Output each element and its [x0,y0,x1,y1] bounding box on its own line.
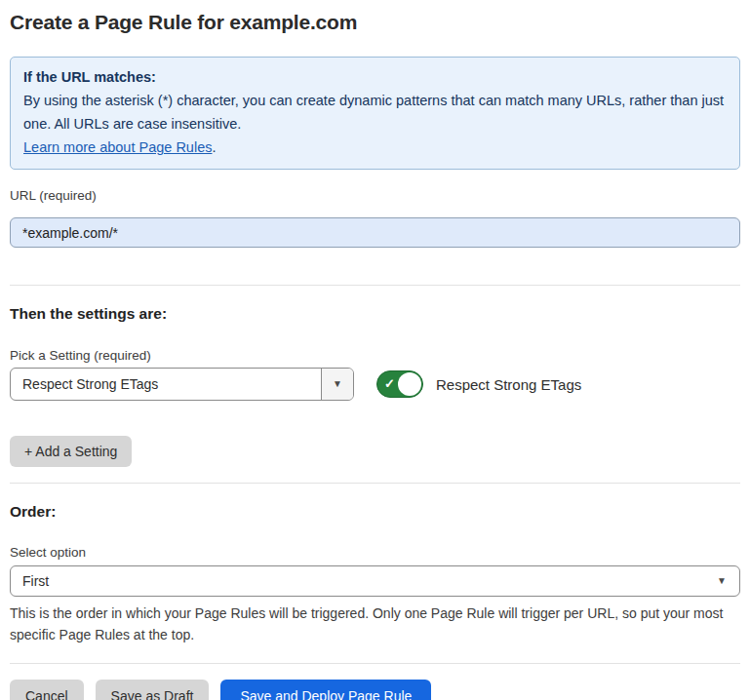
footer-divider [10,663,740,664]
setting-row: Respect Strong ETags ▼ ✓ Respect Strong … [10,368,740,401]
order-help-text: This is the order in which your Page Rul… [10,603,736,645]
save-deploy-button[interactable]: Save and Deploy Page Rule [220,680,431,700]
etags-toggle[interactable]: ✓ [376,370,423,398]
learn-more-link[interactable]: Learn more about Page Rules [23,139,212,155]
setting-select[interactable]: Respect Strong ETags ▼ [10,368,354,401]
order-select-arrow: ▼ [717,566,739,596]
add-setting-button[interactable]: + Add a Setting [10,436,132,467]
url-match-info-box: If the URL matches: By using the asteris… [10,57,740,170]
pick-setting-label: Pick a Setting (required) [10,348,740,363]
info-box-body: By using the asterisk (*) character, you… [23,89,727,136]
info-box-link-line: Learn more about Page Rules. [23,136,727,159]
order-select[interactable]: First ▼ [10,565,740,597]
page-rule-form: Create a Page Rule for example.com If th… [0,0,750,700]
order-section-heading: Order: [10,503,740,521]
etags-toggle-label: Respect Strong ETags [436,376,581,393]
chevron-down-icon: ▼ [333,379,342,389]
setting-select-value: Respect Strong ETags [11,369,321,400]
section-divider [10,285,740,286]
save-draft-button[interactable]: Save as Draft [96,680,210,700]
form-actions: Cancel Save as Draft Save and Deploy Pag… [10,680,740,700]
cancel-button[interactable]: Cancel [10,680,84,700]
toggle-knob [398,372,421,396]
section-divider [10,483,740,484]
check-icon: ✓ [384,376,395,391]
settings-section-heading: Then the settings are: [10,305,740,323]
setting-select-arrow-button[interactable]: ▼ [321,369,353,400]
info-box-heading: If the URL matches: [23,65,727,89]
order-select-value: First [11,566,717,596]
url-input[interactable] [10,217,740,248]
page-title: Create a Page Rule for example.com [10,11,740,34]
url-field-label: URL (required) [10,188,740,203]
order-select-label: Select option [10,545,740,560]
chevron-down-icon: ▼ [717,576,727,586]
link-period: . [212,139,216,155]
